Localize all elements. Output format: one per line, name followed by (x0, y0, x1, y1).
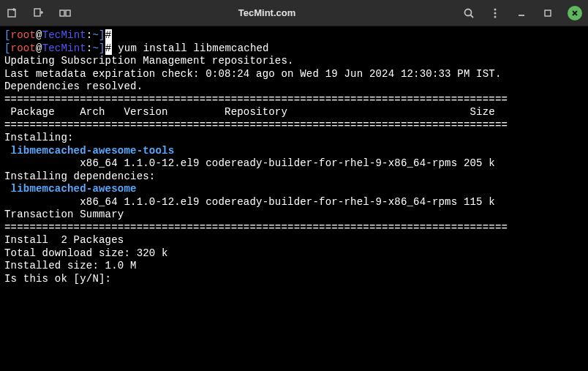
prompt-path: ~ (92, 42, 99, 54)
maximize-button[interactable] (541, 7, 554, 20)
svg-rect-3 (34, 9, 40, 16)
prompt-host: TecMint (42, 42, 86, 54)
transaction-summary: Transaction Summary (4, 209, 584, 222)
search-icon[interactable] (462, 7, 475, 20)
prompt-user: root (11, 42, 36, 54)
prompt-path: ~ (92, 29, 99, 41)
package-name: libmemcached-awesome-tools (4, 145, 584, 158)
prompt-user: root (11, 29, 36, 41)
svg-point-8 (465, 9, 472, 15)
new-window-icon[interactable] (32, 7, 45, 20)
download-size: Total download size: 320 k (4, 247, 584, 261)
package-name: libmemcached-awesome (4, 183, 584, 196)
svg-rect-14 (545, 10, 551, 16)
installed-size: Installed size: 1.0 M (4, 260, 584, 273)
prompt-host: TecMint (42, 29, 86, 41)
prompt-bracket: [ (4, 29, 11, 41)
output-rule: ========================================… (4, 94, 584, 107)
cursor: # (105, 29, 112, 42)
svg-point-12 (494, 15, 497, 18)
split-icon[interactable] (59, 7, 72, 20)
output-line: Last metadata expiration check: 0:08:24 … (4, 68, 584, 81)
package-detail: x86_64 1.1.0-12.el9 codeready-builder-fo… (4, 157, 584, 170)
svg-point-11 (494, 12, 497, 14)
output-line: Dependencies resolved. (4, 80, 584, 94)
section-header: Installing: (4, 132, 584, 145)
prompt-bracket: ] (99, 29, 105, 41)
prompt-at: @ (36, 42, 42, 54)
install-count: Install 2 Packages (4, 234, 584, 247)
svg-rect-6 (60, 10, 64, 16)
menu-icon[interactable] (489, 7, 502, 20)
terminal-output[interactable]: [root@TecMint:~]#[root@TecMint:~]# yum i… (0, 26, 588, 371)
titlebar: TecMint.com (0, 0, 588, 26)
output-rule: ========================================… (4, 119, 584, 132)
titlebar-left (6, 7, 72, 20)
package-detail: x86_64 1.1.0-12.el9 codeready-builder-fo… (4, 196, 584, 209)
prompt-at: @ (36, 29, 42, 41)
svg-rect-7 (66, 10, 70, 16)
section-header: Installing dependencies: (4, 170, 584, 184)
window-title: TecMint.com (72, 7, 462, 18)
prompt-hash: # (105, 42, 112, 56)
prompt-bracket: [ (4, 42, 11, 54)
command-text: yum install libmemcached (112, 42, 269, 54)
titlebar-right (462, 6, 582, 20)
output-rule: ========================================… (4, 222, 584, 235)
minimize-button[interactable] (515, 7, 528, 20)
svg-point-10 (494, 8, 497, 10)
prompt-bracket: ] (99, 42, 105, 54)
new-tab-icon[interactable] (6, 7, 19, 20)
table-header: Package Arch Version Repository Size (4, 106, 584, 119)
confirm-prompt: Is this ok [y/N]: (4, 273, 584, 286)
close-button[interactable] (568, 6, 582, 20)
svg-line-9 (471, 15, 474, 18)
output-line: Updating Subscription Management reposit… (4, 55, 584, 68)
